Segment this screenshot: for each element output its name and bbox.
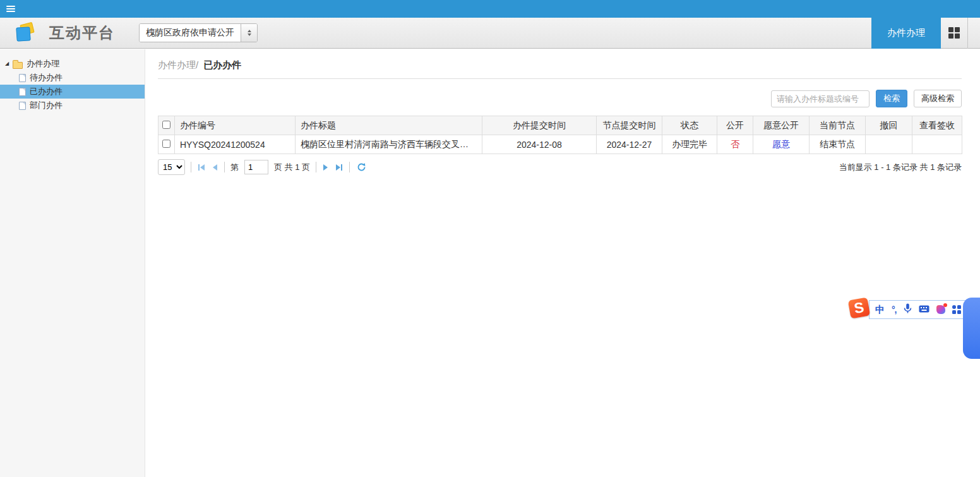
page-size-select[interactable]: 15 (158, 159, 185, 175)
file-icon (19, 102, 26, 110)
app-title: 互动平台 (49, 23, 115, 43)
cell-current-node: 结束节点 (810, 135, 866, 154)
file-icon (19, 88, 26, 96)
ime-toolbox-icon[interactable] (952, 305, 961, 314)
screen: 互动平台 槐荫区政府依申请公开 办件办理 ◢ 办件办理 待办办件 已办办件 部门… (0, 0, 980, 477)
advanced-search-button[interactable]: 高级检索 (914, 90, 962, 107)
search-input[interactable] (771, 90, 869, 107)
cell-status: 办理完毕 (662, 135, 717, 154)
col-submit-time: 办件提交时间 (482, 116, 597, 135)
first-page-button[interactable] (197, 163, 206, 172)
file-icon (19, 74, 26, 82)
refresh-icon (357, 162, 366, 172)
app-logo-folder-icon (15, 23, 38, 42)
edge-panel-handle[interactable] (963, 298, 980, 359)
last-page-button[interactable] (335, 163, 344, 172)
page-label-prefix: 第 (230, 162, 239, 173)
tree-item-label: 部门办件 (30, 100, 63, 111)
select-all-checkbox[interactable] (162, 121, 170, 129)
sogou-logo-icon[interactable]: S (848, 298, 871, 319)
col-status: 状态 (662, 116, 717, 135)
search-toolbar: 检索 高级检索 (158, 90, 962, 107)
sidebar-item-completed-cases[interactable]: 已办办件 (0, 85, 145, 99)
col-case-code: 办件编号 (175, 116, 296, 135)
ime-skin-center-icon[interactable] (936, 305, 945, 314)
cell-case-code: HYYSQ20241200524 (175, 135, 296, 154)
col-recall: 撤回 (866, 116, 912, 135)
prev-page-button[interactable] (212, 163, 218, 172)
col-case-title: 办件标题 (296, 116, 482, 135)
sidebar-item-department-cases[interactable]: 部门办件 (0, 99, 145, 112)
org-select-spinner-icon[interactable] (241, 24, 257, 42)
next-page-button[interactable] (322, 163, 329, 172)
tree-item-label: 待办办件 (30, 72, 63, 83)
page-number-input[interactable] (244, 160, 268, 174)
table-header-row: 办件编号 办件标题 办件提交时间 节点提交时间 状态 公开 愿意公开 当前节点 … (158, 116, 962, 135)
ime-language-mode-icon[interactable]: 中 (875, 304, 885, 316)
tree-item-label: 已办办件 (30, 86, 63, 97)
org-select-value: 槐荫区政府依申请公开 (140, 24, 241, 42)
cell-submit-time: 2024-12-08 (482, 135, 597, 154)
main-content: 办件办理/ 已办办件 检索 高级检索 办件编号 办件标题 (146, 49, 980, 477)
pagination-bar: 15 第 页 共 1 页 当前 (158, 159, 962, 175)
refresh-button[interactable] (356, 161, 368, 173)
sidebar-tree: ◢ 办件办理 待办办件 已办办件 部门办件 (0, 49, 145, 477)
tree-root-case-handling[interactable]: ◢ 办件办理 (0, 57, 145, 71)
apps-grid-icon (948, 27, 960, 39)
ime-punctuation-icon[interactable]: °, (892, 305, 897, 315)
tree-root-label: 办件办理 (27, 58, 59, 69)
col-view-sign: 查看签收 (912, 116, 962, 135)
table-row: HYYSQ20241200524 槐荫区位里村清河南路与济西车辆段交叉口南侧 修… (158, 135, 962, 154)
col-public: 公开 (717, 116, 753, 135)
cell-recall (866, 135, 912, 154)
cell-view-sign (912, 135, 962, 154)
hamburger-menu-icon[interactable] (6, 6, 15, 12)
tab-case-handling[interactable]: 办件办理 (871, 18, 941, 49)
breadcrumb-current: 已办办件 (203, 59, 241, 70)
ime-microphone-icon[interactable] (904, 303, 912, 317)
topbar (0, 0, 980, 18)
search-button[interactable]: 检索 (876, 90, 907, 107)
cases-table: 办件编号 办件标题 办件提交时间 节点提交时间 状态 公开 愿意公开 当前节点 … (158, 116, 962, 154)
cell-public: 否 (717, 135, 753, 154)
col-willing-public: 愿意公开 (753, 116, 810, 135)
page-label-suffix: 页 共 1 页 (274, 162, 310, 173)
apps-grid-button[interactable] (941, 18, 968, 49)
cell-node-submit-time: 2024-12-27 (597, 135, 662, 154)
col-node-submit-time: 节点提交时间 (597, 116, 662, 135)
row-checkbox[interactable] (162, 140, 170, 148)
ime-keyboard-icon[interactable] (919, 304, 929, 315)
cell-case-title: 槐荫区位里村清河南路与济西车辆段交叉口南侧 修... (296, 135, 482, 154)
header: 互动平台 槐荫区政府依申请公开 办件办理 (0, 18, 980, 49)
breadcrumb: 办件办理/ 已办办件 (158, 49, 962, 79)
sidebar-item-pending-cases[interactable]: 待办办件 (0, 71, 145, 85)
cell-willing-public-link[interactable]: 愿意 (753, 135, 810, 154)
org-select[interactable]: 槐荫区政府依申请公开 (139, 23, 258, 42)
folder-icon (13, 62, 23, 69)
pagination-summary: 当前显示 1 - 1 条记录 共 1 条记录 (839, 162, 962, 173)
cases-table-wrap: 办件编号 办件标题 办件提交时间 节点提交时间 状态 公开 愿意公开 当前节点 … (158, 116, 962, 154)
col-current-node: 当前节点 (810, 116, 866, 135)
breadcrumb-parent[interactable]: 办件办理/ (158, 59, 198, 70)
tree-expand-icon[interactable]: ◢ (5, 61, 9, 66)
